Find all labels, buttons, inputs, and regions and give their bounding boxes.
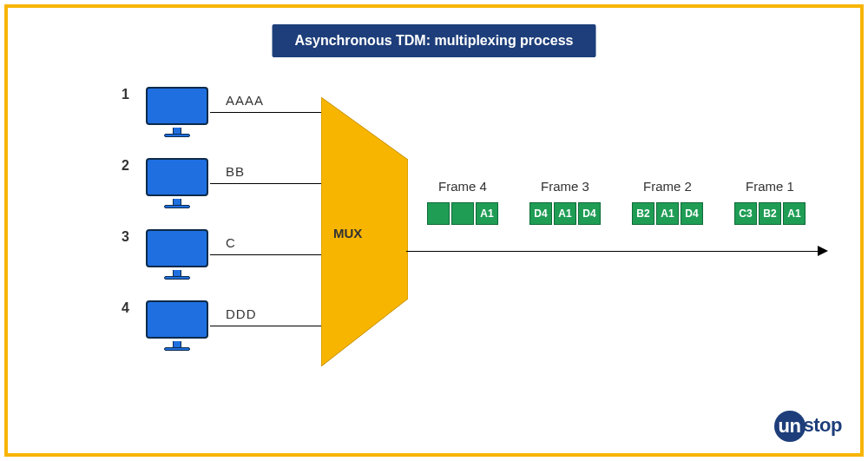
terminal-row: 4 DDD [122,300,330,351]
frame-slots: A1 [427,202,498,225]
mux-block: MUX [321,97,408,366]
frame-title: Frame 2 [643,179,692,194]
slot-cell: D4 [529,202,552,225]
frame: Frame 3D4A1D4 [529,179,601,225]
monitor-icon [146,158,208,208]
frame-slots: B2A1D4 [632,202,703,225]
slot-cell: C3 [734,202,757,225]
slot-cell: A1 [476,202,498,225]
frame-title: Frame 4 [438,179,487,194]
frame: Frame 4A1 [427,179,498,225]
frame: Frame 1C3B2A1 [734,179,806,225]
logo-accent: un [774,411,806,442]
terminal-number: 1 [122,87,139,102]
input-line: C [210,254,330,255]
mux-label: MUX [333,226,362,240]
slot-cell: D4 [681,202,703,225]
terminal-number: 4 [122,300,139,316]
slot-cell: B2 [632,202,654,225]
logo-text: stop [804,414,842,436]
input-line: DDD [210,326,330,326]
diagram-title: Asynchronous TDM: multiplexing process [273,24,596,57]
input-data-label: AAAA [226,93,264,108]
input-terminals: 1 AAAA 2 BB 3 C 4 [122,87,330,372]
monitor-icon [146,87,208,137]
terminal-row: 3 C [122,229,330,280]
slot-cell: A1 [783,202,806,225]
slot-cell [451,202,474,225]
slot-cell [427,202,450,225]
terminal-number: 2 [122,158,139,174]
input-data-label: DDD [226,306,257,321]
input-data-label: BB [226,164,245,179]
frame-title: Frame 1 [746,179,794,194]
brand-logo: unstop [774,411,842,442]
terminal-row: 1 AAAA [122,87,330,137]
monitor-icon [146,300,208,351]
frame-slots: D4A1D4 [529,202,601,225]
input-line: BB [210,183,330,184]
frame-slots: C3B2A1 [734,202,806,225]
input-data-label: C [226,235,236,250]
output-line [406,251,823,252]
terminal-number: 3 [122,229,139,245]
monitor-icon [146,229,208,280]
slot-cell: A1 [554,202,576,225]
slot-cell: B2 [759,202,781,225]
frame-title: Frame 3 [541,179,589,194]
frame: Frame 2B2A1D4 [632,179,703,225]
input-line: AAAA [210,112,330,113]
slot-cell: A1 [656,202,679,225]
output-frames: Frame 4A1Frame 3D4A1D4Frame 2B2A1D4Frame… [427,179,806,225]
terminal-row: 2 BB [122,158,330,208]
output-arrow-icon [818,246,828,256]
slot-cell: D4 [578,202,601,225]
